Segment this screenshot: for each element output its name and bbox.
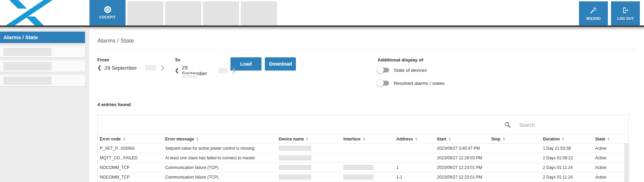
column-header[interactable]: Error message [163, 135, 277, 143]
sort-icon[interactable] [562, 137, 564, 141]
table-cell: 2023/09/27 12:23:01 PM [435, 163, 489, 172]
sidebar-item-placeholder[interactable] [0, 46, 85, 57]
table-cell: 2 Days 01:08:22 [541, 153, 593, 162]
logout-button[interactable]: LOG OUT [611, 1, 640, 25]
toggle-switch[interactable] [377, 68, 389, 72]
table-cell: NOCOMM_TCP [98, 163, 163, 172]
alarm-table: Error codeError messageDevice nameInterf… [97, 115, 629, 182]
nav-tabs: COCKPIT [89, 0, 277, 25]
table-row: P_SET_P...ISSINGSetpoint value for activ… [98, 144, 629, 153]
column-header-label: Duration [543, 137, 560, 141]
sort-icon[interactable] [503, 137, 505, 141]
from-prev-day-chevron[interactable]: ❮ [97, 65, 102, 71]
from-date-value[interactable]: 29 September [105, 65, 137, 71]
tab-cockpit[interactable]: COCKPIT [89, 0, 126, 25]
table-cell [341, 163, 394, 172]
table-cell [489, 153, 541, 162]
table-cell [394, 144, 435, 153]
toggle-switch[interactable] [377, 81, 389, 86]
from-time-placeholder [145, 65, 156, 70]
sort-icon[interactable] [196, 137, 198, 141]
tab-placeholder[interactable] [165, 1, 201, 25]
table-cell [277, 153, 341, 162]
additional-display-group: Additional display of State of devicesRe… [377, 57, 444, 87]
sort-icon[interactable] [608, 137, 610, 141]
sidebar: Alarms / State [0, 32, 85, 86]
toggle-knob [377, 66, 384, 73]
column-header[interactable]: Stop [489, 135, 541, 143]
sort-icon[interactable] [363, 137, 365, 141]
table-cell: At least one slave has failed to connect… [163, 153, 277, 162]
column-header-label: Interface [343, 137, 361, 141]
page-title: Alarms / State [97, 37, 636, 44]
redacted-label [3, 48, 52, 56]
from-next-day-chevron[interactable]: ❯ [160, 65, 165, 71]
wizard-button[interactable]: WIZARD [579, 1, 608, 25]
bullseye-icon [104, 6, 111, 13]
sort-icon[interactable] [449, 137, 451, 141]
to-next-day-chevron[interactable]: ❯ [232, 67, 236, 73]
table-cell: 1-1 [394, 172, 435, 182]
table-row: NOCOMM_TCPCommunication failure (TCP)120… [98, 163, 629, 172]
to-date-picker: To ❮ 29 September ❯ [175, 57, 236, 76]
table-cell [489, 163, 541, 172]
table-cell: MQTT_CO...FAILED [98, 153, 163, 162]
column-header[interactable]: Start [435, 135, 489, 143]
tab-cockpit-label: COCKPIT [99, 15, 116, 19]
table-body: P_SET_P...ISSINGSetpoint value for activ… [98, 144, 629, 182]
download-button[interactable]: Download [265, 57, 296, 70]
wizard-button-label: WIZARD [586, 17, 601, 21]
sort-icon[interactable] [306, 137, 308, 141]
sort-icon[interactable] [123, 137, 125, 141]
column-header[interactable]: Duration [541, 135, 593, 143]
column-header[interactable]: Error code [98, 135, 163, 143]
top-actions: WIZARD LOG OUT [579, 1, 640, 25]
table-cell: Communication failure (TCP) [163, 163, 277, 172]
table-cell [489, 172, 541, 182]
additional-display-label: Additional display of [377, 57, 444, 62]
table-cell: Active [593, 144, 629, 153]
sort-icon[interactable] [415, 137, 417, 141]
to-sub-placeholder [182, 74, 197, 78]
toggle-label: State of devices [394, 68, 427, 73]
column-header[interactable]: Address [394, 135, 435, 143]
redacted-cell [279, 165, 311, 170]
toggle-row: State of devices [377, 66, 444, 74]
table-scrollbar[interactable] [624, 144, 629, 182]
redacted-cell [343, 165, 374, 170]
sidebar-item-placeholder[interactable] [0, 75, 85, 86]
header-divider [0, 25, 644, 27]
tab-placeholder[interactable] [203, 1, 239, 25]
table-cell: NOCOMM_TCP [98, 172, 163, 182]
table-cell: 1 [394, 163, 435, 172]
table-cell [341, 172, 394, 182]
table-cell: Setpoint value for active power control … [163, 144, 277, 153]
search-input[interactable] [519, 122, 578, 128]
column-header-label: Error message [165, 137, 194, 141]
table-cell: Communication failure (TCP) [163, 172, 277, 182]
column-header-label: Stop [491, 137, 501, 141]
table-cell: Active [593, 153, 629, 162]
column-header-label: Error code [100, 137, 121, 141]
table-search-row [98, 115, 629, 134]
to-time-placeholder [218, 68, 228, 73]
tab-placeholder[interactable] [241, 1, 277, 25]
table-row: MQTT_CO...FAILEDAt least one slave has f… [98, 153, 629, 163]
table-cell: 2023/09/27 12:26:03 PM [435, 153, 489, 162]
toggle-label: Resolved alarms / states [394, 81, 444, 86]
redacted-cell [279, 146, 311, 151]
column-header[interactable]: Interface [341, 135, 394, 143]
table-cell [341, 144, 394, 153]
table-cell: Active [593, 163, 629, 172]
table-cell: 1 Day 21:53:38 [541, 144, 593, 153]
redacted-cell [279, 174, 311, 180]
sidebar-item-placeholder[interactable] [0, 60, 85, 72]
entries-count: 4 entries found [97, 102, 636, 107]
from-date-picker: From ❮ 29 September ❯ [97, 57, 175, 71]
to-label: To [175, 57, 236, 62]
column-header[interactable]: Device name [277, 135, 341, 143]
column-header[interactable]: State [593, 135, 629, 143]
redacted-cell [279, 155, 311, 160]
to-prev-day-chevron[interactable]: ❮ [175, 67, 179, 73]
tab-placeholder[interactable] [127, 1, 163, 25]
